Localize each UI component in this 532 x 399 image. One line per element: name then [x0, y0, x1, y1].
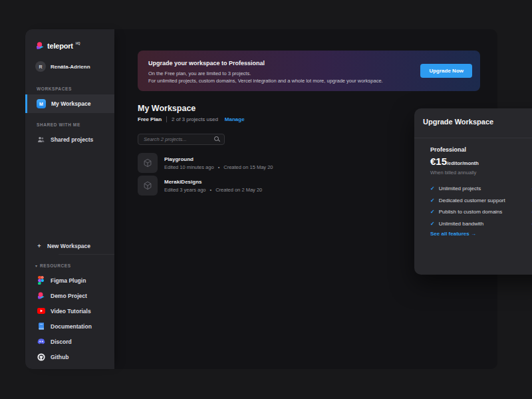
project-created: Created on 15 May 20 [223, 164, 273, 170]
plan-badge: Free Plan [138, 116, 162, 122]
sidebar-item-my-workspace[interactable]: M My Workspace [25, 94, 114, 113]
sidebar-item-shared-projects[interactable]: Shared projects [25, 132, 114, 147]
logo-suffix: HQ [76, 42, 80, 45]
new-workspace-label: New Workspace [47, 243, 90, 249]
project-row-playground[interactable]: Playground Edited 10 minutes ago • Creat… [138, 152, 377, 174]
dot-separator: • [210, 187, 212, 193]
upgrade-now-button[interactable]: Upgrade Now [420, 64, 472, 78]
project-meta: Edited 10 minutes ago • Created on 15 Ma… [164, 164, 273, 170]
resources-section-label: RESOURCES [40, 263, 71, 268]
github-icon [37, 353, 45, 361]
resource-label: Demo Project [51, 293, 87, 299]
project-edited: Edited 3 years ago [164, 187, 206, 193]
documentation-icon [37, 323, 45, 330]
resource-label: Video Tutorials [51, 308, 91, 315]
search-icon [214, 136, 220, 142]
feature-label: Publish to custom domains [439, 209, 503, 215]
workspaces-section-label: WORKSPACES [37, 86, 72, 91]
project-cube-icon [138, 153, 158, 173]
shared-projects-label: Shared projects [51, 136, 93, 143]
sidebar-item-documentation[interactable]: Documentation [25, 319, 114, 334]
resource-label: Discord [51, 338, 72, 345]
billing-note: When billed annually [430, 170, 476, 176]
project-created: Created on 2 May 20 [215, 187, 262, 193]
panel-divider [414, 138, 532, 138]
workspace-avatar: M [37, 99, 46, 108]
banner-title: Upgrade your workspace to Professional [148, 60, 265, 66]
panel-plan-name: Professional [430, 146, 466, 153]
check-icon: ✓ [430, 198, 435, 203]
panel-title: Upgrade Workspace [423, 118, 493, 126]
features-column-left: ✓ Unlimited projects ✓ Dedicated custome… [430, 183, 505, 229]
project-edited: Edited 10 minutes ago [164, 164, 214, 170]
user-name: Renáta-Adrienn [51, 64, 90, 70]
project-name: Playground [164, 156, 273, 162]
check-icon: ✓ [430, 221, 435, 227]
search-input[interactable] [138, 136, 214, 142]
resources-list: Figma Plugin Demo Project Video Tutorial… [25, 273, 114, 364]
sidebar-item-demo-project[interactable]: Demo Project [25, 288, 114, 303]
project-row-merakidesigns[interactable]: MerakiDesigns Edited 3 years ago • Creat… [138, 175, 377, 196]
banner-line2: For unlimited projects, custom domains, … [148, 78, 383, 84]
page-title: My Workspace [138, 104, 196, 113]
project-name: MerakiDesigns [164, 179, 262, 185]
see-all-features-link[interactable]: See all features → [430, 231, 476, 237]
sidebar-item-discord[interactable]: Discord [25, 334, 114, 349]
youtube-icon [37, 308, 45, 314]
dot-separator: • [218, 164, 220, 170]
feature-item: ✓ Unlimited projects [430, 183, 505, 195]
logo-wordmark: teleport [47, 41, 73, 51]
project-meta: Edited 3 years ago • Created on 2 May 20 [164, 187, 262, 193]
banner-line1: On the Free plan, you are limited to 3 p… [148, 70, 251, 76]
feature-item: ✓ Unlimited bandwith [430, 218, 505, 230]
check-icon: ✓ [430, 186, 435, 192]
workspace-label: My Workspace [51, 100, 90, 107]
price-amount: €15 [430, 156, 447, 167]
feature-label: Unlimited bandwith [439, 221, 484, 227]
sidebar-item-figma-plugin[interactable]: Figma Plugin [25, 273, 114, 288]
plan-divider [166, 116, 167, 122]
resource-label: Figma Plugin [51, 277, 86, 284]
app-logo[interactable]: teleport HQ [36, 41, 80, 51]
figma-icon [37, 276, 45, 285]
sidebar-item-github[interactable]: Github [25, 349, 114, 364]
teleport-mini-icon [37, 292, 45, 300]
feature-label: Unlimited projects [439, 186, 481, 192]
resource-label: Documentation [51, 323, 92, 330]
upgrade-workspace-panel: Upgrade Workspace Professional €15 /edit… [414, 108, 532, 275]
user-avatar: R [35, 61, 46, 72]
caret-down-icon: ▾ [35, 263, 37, 268]
resources-section-toggle[interactable]: ▾ RESOURCES [35, 263, 71, 268]
price-row: €15 /editor/month [430, 156, 479, 167]
project-search[interactable] [138, 134, 225, 145]
teleport-logo-icon [36, 41, 45, 51]
manage-link[interactable]: Manage [225, 116, 245, 122]
feature-item: ✓ Dedicated customer support [430, 195, 505, 207]
shared-section-label: SHARED WITH ME [37, 122, 80, 127]
new-workspace-button[interactable]: + New Workspace [25, 238, 126, 253]
sidebar-divider [59, 254, 114, 255]
resource-label: Github [51, 354, 68, 360]
projects-usage: 2 of 3 projects used [172, 116, 218, 122]
sidebar: teleport HQ R Renáta-Adrienn WORKSPACES … [25, 29, 114, 369]
price-suffix: /editor/month [447, 160, 479, 166]
sidebar-item-video-tutorials[interactable]: Video Tutorials [25, 303, 114, 319]
active-indicator-bar [25, 94, 27, 113]
feature-item: ✓ Publish to custom domains [430, 206, 505, 218]
discord-icon [37, 338, 45, 344]
people-icon [37, 136, 45, 143]
feature-label: Dedicated customer support [439, 198, 505, 203]
check-icon: ✓ [430, 209, 435, 215]
upgrade-banner: Upgrade your workspace to Professional O… [138, 51, 480, 91]
plus-icon: + [37, 243, 42, 249]
project-cube-icon [138, 176, 158, 196]
plan-row: Free Plan 2 of 3 projects used Manage [138, 116, 245, 122]
user-account[interactable]: R Renáta-Adrienn [35, 61, 90, 72]
